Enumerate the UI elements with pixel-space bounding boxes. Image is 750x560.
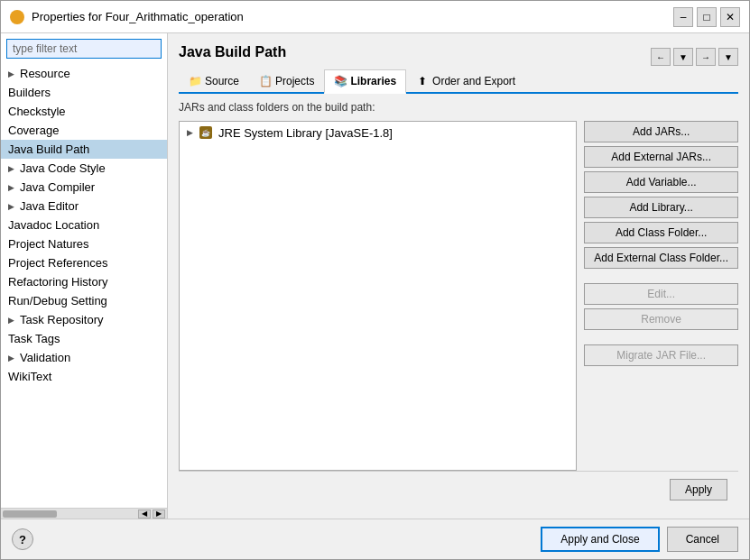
nav-controls: ← ▼ → ▼ — [651, 48, 738, 66]
nav-forward-button[interactable]: → — [696, 48, 716, 66]
main-panel: Java Build Path ← ▼ → ▼ 📁 Source 📋 Proje… — [168, 33, 749, 519]
title-bar-left: Properties for Four_Arithmatic_operation — [10, 10, 244, 24]
sidebar-item-validation[interactable]: Validation — [1, 348, 167, 367]
sidebar-item-label: Coverage — [8, 124, 59, 137]
order-export-icon: ⬆ — [416, 75, 429, 87]
sidebar-item-java-compiler[interactable]: Java Compiler — [1, 178, 167, 197]
tab-libraries[interactable]: 📚 Libraries — [324, 69, 406, 94]
sidebar-item-label: Resource — [20, 67, 70, 80]
panel-footer: Apply — [179, 471, 738, 508]
sidebar-item-label: WikiText — [8, 370, 51, 383]
help-button[interactable]: ? — [12, 528, 33, 550]
cancel-button[interactable]: Cancel — [667, 527, 738, 552]
sidebar-item-coverage[interactable]: Coverage — [1, 121, 167, 140]
source-icon: 📁 — [189, 75, 201, 87]
jar-icon: ☕ — [199, 125, 213, 140]
nav-forward-dropdown-button[interactable]: ▼ — [718, 48, 738, 66]
build-path-content: ▶ ☕ JRE System Library [JavaSE-1.8] Add … — [179, 121, 738, 471]
sidebar-scrollbar: ◀ ▶ — [1, 508, 167, 519]
nav-dropdown-button[interactable]: ▼ — [673, 48, 693, 66]
scroll-arrows: ◀ ▶ — [138, 510, 165, 519]
bottom-bar: ? Apply and Close Cancel — [1, 519, 749, 559]
sidebar-item-resource[interactable]: Resource — [1, 64, 167, 83]
sidebar-item-label: Task Repository — [20, 313, 103, 326]
sidebar-item-label: Builders — [8, 86, 51, 99]
nav-back-button[interactable]: ← — [651, 48, 671, 66]
panel-title: Java Build Path — [179, 44, 286, 60]
migrate-jar-button[interactable]: Migrate JAR File... — [584, 344, 738, 366]
button-panel: Add JARs... Add External JARs... Add Var… — [584, 121, 738, 471]
sidebar-item-wikitext[interactable]: WikiText — [1, 367, 167, 386]
sidebar-item-java-editor[interactable]: Java Editor — [1, 197, 167, 216]
sidebar-item-label: Javadoc Location — [8, 218, 99, 232]
sidebar-item-label: Refactoring History — [8, 275, 108, 289]
sidebar-item-label: Java Code Style — [20, 161, 106, 175]
sidebar-item-label: Java Build Path — [8, 142, 89, 156]
sidebar-item-project-references[interactable]: Project References — [1, 253, 167, 272]
edit-button[interactable]: Edit... — [584, 283, 738, 305]
sidebar-item-label: Validation — [20, 351, 70, 364]
add-class-folder-button[interactable]: Add Class Folder... — [584, 222, 738, 243]
sidebar-item-label: Run/Debug Setting — [8, 294, 107, 308]
content-area: Resource Builders Checkstyle Coverage Ja… — [1, 33, 749, 519]
build-path-description: JARs and class folders on the build path… — [179, 101, 738, 114]
sidebar-item-checkstyle[interactable]: Checkstyle — [1, 102, 167, 121]
sidebar-item-run-debug[interactable]: Run/Debug Setting — [1, 291, 167, 310]
dialog-icon — [10, 10, 24, 24]
properties-dialog: Properties for Four_Arithmatic_operation… — [0, 0, 750, 560]
tab-source[interactable]: 📁 Source — [179, 69, 249, 92]
sidebar: Resource Builders Checkstyle Coverage Ja… — [1, 33, 168, 519]
filter-input[interactable] — [6, 39, 162, 59]
jar-expand-arrow: ▶ — [187, 128, 193, 137]
add-external-class-folder-button[interactable]: Add External Class Folder... — [584, 247, 738, 269]
libraries-icon: 📚 — [334, 75, 347, 87]
tab-libraries-label: Libraries — [350, 75, 396, 87]
tab-order-export-label: Order and Export — [432, 75, 515, 87]
projects-icon: 📋 — [259, 75, 272, 87]
apply-close-button[interactable]: Apply and Close — [541, 527, 659, 552]
sidebar-item-project-natures[interactable]: Project Natures — [1, 234, 167, 253]
tabs: 📁 Source 📋 Projects 📚 Libraries ⬆ Order … — [179, 69, 738, 94]
maximize-button[interactable]: □ — [697, 7, 717, 27]
sidebar-item-label: Project Natures — [8, 237, 89, 251]
sidebar-item-label: Checkstyle — [8, 105, 66, 118]
tab-projects-label: Projects — [275, 75, 314, 87]
sidebar-item-task-tags[interactable]: Task Tags — [1, 329, 167, 348]
minimize-button[interactable]: – — [673, 7, 693, 27]
tab-order-export[interactable]: ⬆ Order and Export — [406, 69, 525, 92]
tab-projects[interactable]: 📋 Projects — [249, 69, 324, 92]
sidebar-item-builders[interactable]: Builders — [1, 83, 167, 102]
jar-list-item[interactable]: ▶ ☕ JRE System Library [JavaSE-1.8] — [180, 122, 576, 143]
jar-list[interactable]: ▶ ☕ JRE System Library [JavaSE-1.8] — [179, 121, 577, 471]
sidebar-item-label: Project References — [8, 256, 108, 270]
add-external-jars-button[interactable]: Add External JARs... — [584, 146, 738, 168]
title-controls: – □ ✕ — [673, 7, 740, 27]
dialog-title: Properties for Four_Arithmatic_operation — [32, 10, 244, 23]
scroll-thumb — [3, 510, 57, 518]
sidebar-item-label: Java Compiler — [20, 180, 95, 194]
add-variable-button[interactable]: Add Variable... — [584, 171, 738, 193]
jre-icon: ☕ — [199, 126, 212, 139]
sidebar-item-label: Java Editor — [20, 199, 79, 213]
jar-item-label: JRE System Library [JavaSE-1.8] — [218, 126, 393, 140]
add-jars-button[interactable]: Add JARs... — [584, 121, 738, 142]
sidebar-item-java-build-path[interactable]: Java Build Path — [1, 140, 167, 159]
sidebar-item-task-repository[interactable]: Task Repository — [1, 310, 167, 329]
apply-button[interactable]: Apply — [670, 479, 727, 500]
bottom-buttons: Apply and Close Cancel — [541, 527, 738, 552]
sidebar-list: Resource Builders Checkstyle Coverage Ja… — [1, 64, 167, 508]
sidebar-item-javadoc-location[interactable]: Javadoc Location — [1, 216, 167, 234]
scroll-right-arrow[interactable]: ▶ — [153, 510, 165, 519]
sidebar-item-label: Task Tags — [8, 332, 60, 345]
remove-button[interactable]: Remove — [584, 308, 738, 330]
add-library-button[interactable]: Add Library... — [584, 197, 738, 218]
panel-header: Java Build Path ← ▼ → ▼ — [179, 44, 738, 69]
sidebar-item-refactoring-history[interactable]: Refactoring History — [1, 272, 167, 291]
tab-source-label: Source — [205, 75, 239, 87]
close-button[interactable]: ✕ — [720, 7, 740, 27]
title-bar: Properties for Four_Arithmatic_operation… — [1, 1, 749, 33]
sidebar-item-java-code-style[interactable]: Java Code Style — [1, 159, 167, 178]
scroll-left-arrow[interactable]: ◀ — [138, 510, 151, 519]
